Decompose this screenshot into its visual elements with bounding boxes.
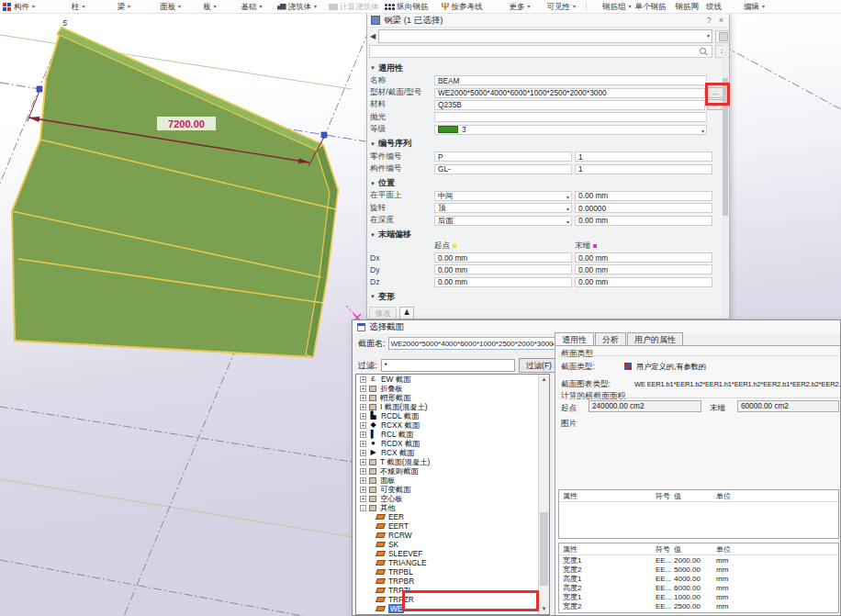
- profile-field[interactable]: WE2000*5000*4000*6000*1000*2500*2000*300…: [434, 88, 705, 98]
- expander-icon[interactable]: +: [360, 450, 366, 456]
- dimension-value[interactable]: 7200.00: [168, 118, 205, 129]
- section-end-offset[interactable]: ▼末端偏移: [370, 230, 723, 241]
- toolbar-item-rebar-mesh[interactable]: 钢筋网: [676, 3, 700, 11]
- toolbar-item-component[interactable]: 构件▾: [2, 3, 35, 11]
- tree-item-折叠板[interactable]: +折叠板: [356, 384, 549, 393]
- pick-pin-icon[interactable]: ♟: [399, 307, 414, 319]
- expander-icon[interactable]: +: [360, 404, 366, 410]
- area-end-field[interactable]: 60000.00 cm2: [737, 400, 839, 412]
- toolbar-item-by-reference-line[interactable]: Ψ按参考线: [442, 3, 483, 11]
- attributes-table[interactable]: 属性符号值单位宽度1EE...2000.00mm宽度2EE...5000.00m…: [558, 543, 839, 613]
- tree-item-TRPBL[interactable]: TRPBL: [356, 567, 549, 577]
- toolbar-item-footing[interactable]: 基础▾: [241, 3, 263, 11]
- expander-icon[interactable]: +: [360, 386, 366, 392]
- beam-solid[interactable]: [12, 28, 338, 357]
- toolbar-item-rebar-group[interactable]: 钢筋组▾: [602, 3, 632, 11]
- table-row[interactable]: 宽度1EE...1000.00mm: [559, 592, 838, 601]
- table-row[interactable]: 高度1EE...4000.00mm: [559, 574, 838, 583]
- dx-start-field[interactable]: 0.00 mm: [434, 252, 572, 263]
- tree-item-RCRW[interactable]: RCRW: [356, 531, 549, 540]
- tree-item-EW 截面[interactable]: +£EW 截面: [356, 375, 549, 384]
- toolbar-item-column[interactable]: 柱▾: [72, 3, 85, 11]
- filter-button[interactable]: 过滤(F): [519, 358, 560, 373]
- tree-item-I 截面(混凝土)[interactable]: +I 截面(混凝土): [356, 402, 549, 411]
- tree-item-帽形截面[interactable]: +帽形截面: [356, 393, 549, 402]
- attributes-table-empty[interactable]: 属性符号值单位: [558, 489, 839, 539]
- tree-item-SLEEVEF[interactable]: SLEEVEF: [356, 549, 549, 558]
- modify-button[interactable]: 修改: [369, 307, 397, 319]
- section-tree[interactable]: +£EW 截面+折叠板+帽形截面+I 截面(混凝土)+▙RCDL 截面+◆RCX…: [355, 374, 550, 615]
- material-field[interactable]: Q235B: [434, 100, 705, 110]
- dz-start-field[interactable]: 0.00 mm: [434, 277, 572, 287]
- help-icon[interactable]: ?: [705, 16, 713, 25]
- at-depth-dropdown[interactable]: 后面▾: [434, 216, 572, 226]
- table-row[interactable]: 宽度2EE...5000.00mm: [559, 565, 838, 574]
- class-dropdown[interactable]: 3 ▾: [434, 125, 707, 135]
- expander-icon[interactable]: +: [360, 487, 366, 493]
- scroll-down-icon[interactable]: ▼: [539, 604, 549, 614]
- tree-item-RCDX 截面[interactable]: +●RCDX 截面: [356, 439, 549, 448]
- tree-item-其他[interactable]: -其他: [356, 503, 549, 512]
- expander-icon[interactable]: +: [360, 459, 366, 465]
- name-field[interactable]: BEAM: [434, 75, 707, 85]
- section-general[interactable]: ▼通用性: [370, 62, 723, 73]
- toolbar-item-visibility[interactable]: 可见性▾: [547, 3, 577, 11]
- expander-icon[interactable]: +: [360, 413, 366, 420]
- toolbar-item-single-rebar[interactable]: 单个钢筋: [635, 3, 667, 11]
- property-panel-titlebar[interactable]: 钢梁 (1 已选择) ? ×: [367, 14, 729, 28]
- assembly-prefix-field[interactable]: GL-: [434, 164, 572, 174]
- dy-start-field[interactable]: 0.00 mm: [434, 264, 572, 274]
- dialog-titlebar[interactable]: 选择截面: [353, 320, 840, 333]
- section-numbering[interactable]: ▼编号序列: [370, 139, 723, 150]
- expander-icon[interactable]: +: [360, 477, 366, 484]
- expander-icon[interactable]: +: [360, 468, 366, 475]
- toolbar-item-more[interactable]: 更多▾: [510, 3, 531, 11]
- table-row[interactable]: 高度2EE...6000.00mm: [559, 583, 838, 592]
- preset-combobox[interactable]: ▾: [378, 29, 712, 43]
- scrollbar-thumb[interactable]: [540, 512, 548, 586]
- tree-item-不规则截面[interactable]: +不规则截面: [356, 466, 549, 476]
- expander-icon[interactable]: +: [360, 431, 366, 438]
- tree-item-T 截面(混凝土)[interactable]: +T 截面(混凝土): [356, 457, 549, 466]
- expander-icon[interactable]: +: [360, 496, 366, 502]
- dimension-handle[interactable]: [37, 86, 42, 92]
- toolbar-item-beam[interactable]: 梁▾: [118, 3, 131, 11]
- tree-item-RCX 截面[interactable]: +▶RCX 截面: [356, 448, 549, 457]
- search-input[interactable]: [369, 45, 712, 58]
- section-name-combobox[interactable]: WE2000*5000*4000*6000*1000*2500*2000*300…: [388, 337, 557, 350]
- rotation-dropdown[interactable]: 顶▾: [434, 203, 572, 213]
- dz-end-field[interactable]: 0.00 mm: [575, 277, 712, 287]
- toolbar-item-slab[interactable]: 板▾: [203, 3, 217, 11]
- tree-item-TRPBR[interactable]: TRPBR: [356, 577, 549, 586]
- dimension-handle[interactable]: [321, 132, 327, 138]
- section-deformation[interactable]: ▼变形: [370, 291, 723, 302]
- tree-item-RCXX 截面[interactable]: +◆RCXX 截面: [356, 420, 549, 430]
- tab-analysis[interactable]: 分析: [595, 332, 626, 346]
- toolbar-item-panel[interactable]: 面板▾: [160, 3, 181, 11]
- at-depth-offset-field[interactable]: 0.00 mm: [575, 216, 712, 226]
- toolbar-item-longitudinal-rebar[interactable]: 纵向钢筋: [385, 3, 429, 11]
- tree-item-RCDL 截面[interactable]: +▙RCDL 截面: [356, 411, 549, 420]
- on-plane-dropdown[interactable]: 中间▾: [434, 191, 572, 201]
- tab-user-attributes[interactable]: 用户的属性: [627, 332, 683, 346]
- assembly-start-field[interactable]: 1: [575, 164, 712, 174]
- section-position[interactable]: ▼位置: [370, 178, 723, 189]
- back-button[interactable]: ◀: [367, 32, 378, 40]
- tree-item-EER[interactable]: EER: [356, 512, 549, 521]
- tree-item-面板[interactable]: +面板: [356, 476, 549, 485]
- toolbar-item-strand[interactable]: 绞线: [706, 3, 722, 11]
- part-start-field[interactable]: 1: [575, 151, 712, 162]
- tree-item-EERT[interactable]: EERT: [356, 521, 549, 531]
- dx-end-field[interactable]: 0.00 mm: [575, 252, 712, 263]
- filter-input[interactable]: [381, 359, 515, 372]
- dy-end-field[interactable]: 0.00 mm: [575, 264, 712, 274]
- tree-item-空心板[interactable]: +空心板: [356, 494, 549, 503]
- on-plane-offset-field[interactable]: 0.00 mm: [575, 191, 712, 201]
- expander-icon[interactable]: +: [360, 441, 366, 447]
- table-row[interactable]: 宽度1EE...2000.00mm: [559, 555, 838, 565]
- expander-icon[interactable]: -: [360, 505, 366, 511]
- save-button[interactable]: [715, 30, 730, 43]
- tree-item-可变截面[interactable]: +可变截面: [356, 485, 549, 494]
- area-start-field[interactable]: 240000.00 cm2: [589, 400, 701, 412]
- toolbar-item-edit[interactable]: 编辑▾: [744, 3, 765, 11]
